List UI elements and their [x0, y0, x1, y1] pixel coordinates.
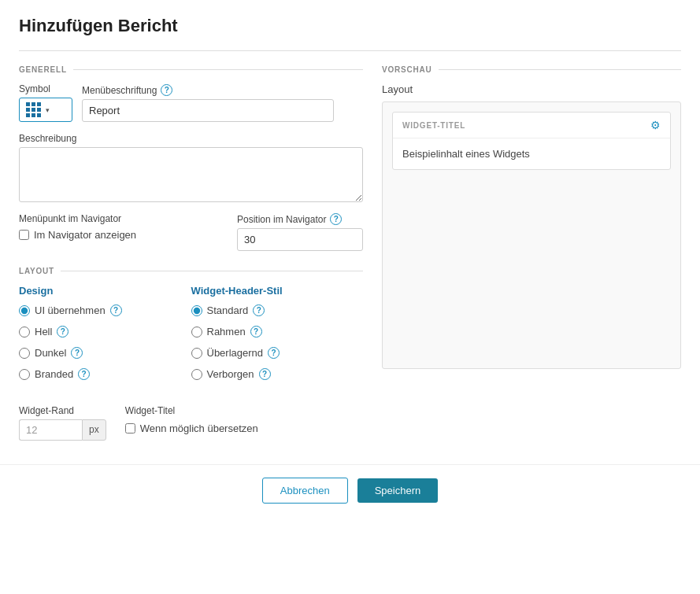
symbol-menu-row: Symbol ▾ Menübeschriftung ? [19, 83, 363, 122]
header-ueberlagernd-radio[interactable] [191, 348, 202, 359]
position-label: Position im Navigator ? [237, 213, 363, 225]
position-input[interactable] [237, 228, 363, 251]
header-verborgen-help-icon[interactable]: ? [259, 368, 271, 380]
layout-section-label: LAYOUT [19, 267, 363, 275]
header-standard-label[interactable]: Standard [207, 304, 249, 316]
design-branded-help-icon[interactable]: ? [78, 368, 90, 380]
left-panel: GENERELL Symbol ▾ [19, 65, 363, 441]
header-rahmen-label[interactable]: Rahmen [207, 326, 246, 338]
symbol-field-group: Symbol ▾ [19, 83, 72, 122]
layout-two-col: Design UI übernehmen ? Hell ? [19, 285, 363, 389]
px-label: px [82, 419, 106, 441]
header-standard-radio[interactable] [191, 305, 202, 316]
dropdown-arrow-icon: ▾ [46, 106, 50, 114]
widget-card-body: Beispielinhalt eines Widgets [393, 138, 670, 169]
navigator-right: Position im Navigator ? [237, 213, 363, 251]
right-panel: VORSCHAU Layout WIDGET-TITEL ⚙ Beispieli… [382, 65, 681, 441]
header-verborgen-label[interactable]: Verborgen [207, 368, 254, 380]
design-hell-label[interactable]: Hell [35, 326, 52, 338]
header-verborgen-radio[interactable] [191, 369, 202, 380]
footer-bar: Abbrechen Speichern [0, 464, 700, 519]
gear-icon[interactable]: ⚙ [650, 119, 661, 131]
preview-section: VORSCHAU Layout WIDGET-TITEL ⚙ Beispieli… [382, 65, 681, 369]
main-layout: GENERELL Symbol ▾ [19, 65, 681, 441]
header-ueberlagernd-help-icon[interactable]: ? [268, 347, 280, 359]
symbol-label: Symbol [19, 83, 72, 94]
design-branded-label[interactable]: Branded [35, 368, 73, 380]
widget-titel-checkbox-row: Wenn möglich übersetzen [125, 422, 258, 434]
header-rahmen-help-icon[interactable]: ? [250, 326, 262, 338]
header-radio-ueberlagernd: Überlagernd ? [191, 347, 364, 359]
navigator-left: Menüpunkt im Navigator Im Navigator anze… [19, 213, 218, 241]
header-radio-rahmen: Rahmen ? [191, 326, 364, 338]
widget-card-header: WIDGET-TITEL ⚙ [393, 113, 670, 138]
navigator-label: Menüpunkt im Navigator [19, 213, 218, 224]
design-col: Design UI übernehmen ? Hell ? [19, 285, 191, 389]
page-container: Hinzufügen Bericht GENERELL Symbol [0, 0, 700, 441]
menu-label-help-icon[interactable]: ? [161, 84, 172, 96]
preview-layout-label: Layout [382, 83, 681, 95]
design-ui-help-icon[interactable]: ? [110, 304, 122, 316]
description-textarea[interactable] [19, 147, 363, 202]
design-radio-branded: Branded ? [19, 368, 191, 380]
design-radio-dunkel: Dunkel ? [19, 347, 191, 359]
grid-icon [26, 102, 41, 117]
design-radio-hell: Hell ? [19, 326, 191, 338]
design-hell-help-icon[interactable]: ? [57, 326, 69, 338]
vorschau-section-label: VORSCHAU [382, 65, 681, 74]
design-dunkel-radio[interactable] [19, 348, 30, 359]
navigator-checkbox-row: Im Navigator anzeigen [19, 229, 218, 241]
widget-titel-checkbox[interactable] [125, 423, 135, 434]
symbol-dropdown[interactable]: ▾ [19, 98, 72, 122]
description-label: Beschreibung [19, 133, 363, 144]
design-col-title: Design [19, 285, 191, 297]
save-button[interactable]: Speichern [357, 478, 439, 503]
menu-label-input[interactable] [82, 99, 334, 122]
widget-rand-label: Widget-Rand [19, 405, 106, 416]
description-field-group: Beschreibung [19, 133, 363, 202]
widget-content-text: Beispielinhalt eines Widgets [402, 148, 530, 160]
widget-rand-input-row: px [19, 419, 106, 441]
cancel-button[interactable]: Abbrechen [262, 478, 348, 504]
generell-section-label: GENERELL [19, 65, 363, 74]
navigator-checkbox[interactable] [19, 230, 29, 240]
menu-beschriftung-label: Menübeschriftung ? [82, 84, 363, 96]
header-rahmen-radio[interactable] [191, 327, 202, 338]
menu-label-field-group: Menübeschriftung ? [82, 84, 363, 122]
design-ui-radio[interactable] [19, 305, 30, 316]
design-dunkel-label[interactable]: Dunkel [35, 347, 66, 359]
design-radio-ui: UI übernehmen ? [19, 304, 191, 316]
widget-card: WIDGET-TITEL ⚙ Beispielinhalt eines Widg… [392, 112, 671, 170]
widget-titel-group: Widget-Titel Wenn möglich übersetzen [125, 405, 258, 434]
header-radio-verborgen: Verborgen ? [191, 368, 364, 380]
layout-section: LAYOUT Design UI übernehmen ? Hell [19, 267, 363, 441]
design-branded-radio[interactable] [19, 369, 30, 380]
preview-box: WIDGET-TITEL ⚙ Beispielinhalt eines Widg… [382, 101, 681, 369]
widget-title-text: WIDGET-TITEL [402, 121, 465, 130]
widget-titel-label: Widget-Titel [125, 405, 258, 416]
page-title: Hinzufügen Bericht [19, 16, 681, 36]
design-ui-label[interactable]: UI übernehmen [35, 304, 106, 316]
widget-bottom-section: Widget-Rand px Widget-Titel Wenn möglich… [19, 405, 363, 441]
widget-titel-checkbox-label[interactable]: Wenn möglich übersetzen [140, 422, 258, 434]
design-dunkel-help-icon[interactable]: ? [71, 347, 83, 359]
divider [19, 50, 681, 51]
header-standard-help-icon[interactable]: ? [253, 304, 265, 316]
widget-rand-input[interactable] [19, 419, 82, 441]
header-radio-standard: Standard ? [191, 304, 364, 316]
header-ueberlagernd-label[interactable]: Überlagernd [207, 347, 264, 359]
navigator-row: Menüpunkt im Navigator Im Navigator anze… [19, 213, 363, 251]
header-style-col: Widget-Header-Stil Standard ? Rahmen ? [191, 285, 364, 389]
navigator-checkbox-label[interactable]: Im Navigator anzeigen [34, 229, 136, 241]
widget-rand-group: Widget-Rand px [19, 405, 106, 441]
design-hell-radio[interactable] [19, 327, 30, 338]
position-help-icon[interactable]: ? [330, 213, 342, 225]
header-style-col-title: Widget-Header-Stil [191, 285, 364, 297]
